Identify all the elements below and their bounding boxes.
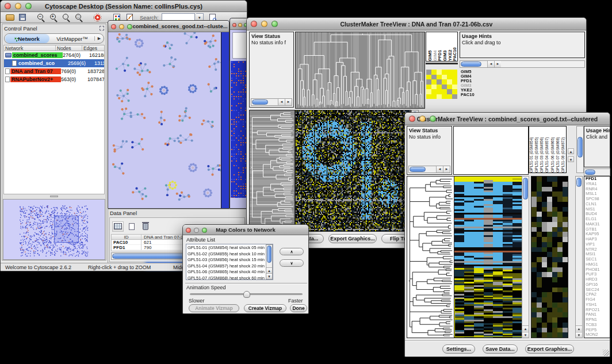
birds-eye-canvas[interactable] bbox=[3, 200, 105, 259]
dialog-titlebar[interactable]: Map Colors to Network bbox=[183, 225, 308, 235]
gene-label[interactable]: FIG4 bbox=[586, 297, 610, 302]
list-vscrollbar[interactable]: ▲ ▼ bbox=[266, 244, 273, 279]
attribute-item[interactable]: GPL51-07 (GSM868) heat shock 60 min bbox=[186, 275, 266, 281]
gene-label[interactable]: NIS1 bbox=[586, 207, 610, 212]
done-button[interactable]: Done bbox=[290, 304, 307, 312]
gene-label[interactable]: SEC24 bbox=[586, 288, 610, 293]
open-session-button[interactable] bbox=[4, 12, 16, 22]
save-data-button[interactable]: Save Data... bbox=[483, 344, 518, 354]
hints-hscrollbar[interactable]: ◄► bbox=[460, 60, 585, 68]
column-label[interactable]: GPL51-08 (GSM872) bbox=[561, 127, 566, 173]
scrollbar-thumb[interactable] bbox=[410, 167, 426, 172]
matrix-cell[interactable] bbox=[431, 94, 437, 99]
view-status-hscrollbar[interactable]: ◄► bbox=[251, 98, 292, 106]
new-attribute-button[interactable] bbox=[126, 221, 137, 232]
gene-label[interactable]: HRD3 bbox=[586, 277, 610, 282]
zoom-vscrollbar[interactable]: ▲ ▼ bbox=[575, 176, 583, 338]
move-up-button[interactable]: ∧ bbox=[280, 248, 304, 255]
matrix-cell[interactable] bbox=[452, 89, 457, 94]
gene-label[interactable]: HMG1 bbox=[586, 262, 610, 267]
scroll-left-arrow[interactable]: ◄ bbox=[487, 61, 494, 67]
gene-label[interactable]: RPO21 bbox=[586, 308, 610, 313]
close-button[interactable] bbox=[409, 116, 415, 122]
animate-vizmap-button[interactable]: Animate Vizmap bbox=[189, 304, 239, 312]
gene-label[interactable]: PEP5 bbox=[586, 328, 610, 333]
scroll-left-arrow[interactable]: ◄ bbox=[278, 99, 285, 105]
scroll-down-arrow[interactable]: ▼ bbox=[568, 156, 574, 162]
scroll-down-arrow[interactable]: ▼ bbox=[522, 332, 529, 338]
zoom-fit-button[interactable]: □ bbox=[73, 12, 85, 22]
close-button[interactable] bbox=[251, 21, 257, 27]
tab-overflow-arrow[interactable]: ▶ bbox=[94, 36, 104, 41]
matrix-cell[interactable] bbox=[442, 79, 447, 85]
gene-label[interactable]: MSL1 bbox=[586, 191, 610, 197]
gene-label[interactable]: GPI16 bbox=[586, 282, 610, 288]
zoom-out-button[interactable]: − bbox=[35, 12, 47, 22]
matrix-cell[interactable] bbox=[442, 94, 447, 99]
zoom-heatmap-canvas[interactable] bbox=[531, 176, 568, 338]
gene-label[interactable]: YRA1 bbox=[586, 182, 610, 187]
network-row[interactable]: RNAPuberNov2+563(0)107847(0) bbox=[4, 75, 104, 83]
matrix-cell[interactable] bbox=[426, 70, 431, 75]
matrix-cell[interactable] bbox=[442, 75, 447, 80]
scroll-up-arrow[interactable]: ▲ bbox=[568, 148, 574, 154]
column-label[interactable]: GPL51-04 (GSM857) bbox=[545, 127, 550, 173]
matrix-cell[interactable] bbox=[431, 70, 437, 75]
help-button[interactable] bbox=[91, 12, 103, 22]
gene-label[interactable]: CLN1 bbox=[586, 202, 610, 207]
gene-label[interactable]: BUD4 bbox=[586, 212, 610, 217]
zoom-button[interactable] bbox=[430, 116, 436, 122]
matrix-cell[interactable] bbox=[431, 75, 437, 80]
table-mode-button[interactable] bbox=[112, 221, 124, 232]
zoom-button[interactable] bbox=[25, 3, 32, 9]
matrix-cell[interactable] bbox=[426, 89, 431, 94]
column-label[interactable]: GPL51-01 (GSM854) bbox=[529, 127, 534, 173]
gene-label[interactable]: PFD1 bbox=[586, 177, 610, 182]
minimize-button[interactable] bbox=[15, 3, 21, 9]
row-dendrogram-canvas[interactable] bbox=[407, 176, 454, 338]
column-dendrogram-canvas[interactable] bbox=[295, 32, 425, 109]
gene-label[interactable]: PUF3 bbox=[586, 272, 610, 277]
matrix-cell[interactable] bbox=[447, 79, 452, 85]
heatmap-vscrollbar[interactable]: ▲ ▼ bbox=[522, 176, 529, 338]
zoom-button[interactable] bbox=[202, 228, 207, 233]
treeview-combined-titlebar[interactable]: ClusterMaker TreeView : combined_scores_… bbox=[405, 113, 610, 125]
heatmap-canvas[interactable] bbox=[454, 176, 523, 338]
scroll-up-arrow[interactable]: ▲ bbox=[576, 325, 582, 331]
treeview-dna-titlebar[interactable]: ClusterMaker TreeView : DNA and Tran 07-… bbox=[247, 18, 586, 30]
minimize-button[interactable] bbox=[261, 21, 267, 27]
scrollbar-thumb[interactable] bbox=[585, 170, 595, 175]
scrollbar-thumb[interactable] bbox=[576, 178, 582, 187]
close-button[interactable] bbox=[186, 228, 191, 233]
attribute-item[interactable]: GPL51-03 (GSM856) heat shock 15 min bbox=[186, 257, 266, 263]
matrix-cell[interactable] bbox=[437, 75, 442, 80]
zoom-button[interactable] bbox=[127, 24, 132, 29]
export-graphics-button[interactable]: Export Graphics... bbox=[525, 344, 574, 354]
matrix-cell[interactable] bbox=[447, 75, 452, 80]
gene-label[interactable]: TCB3 bbox=[586, 323, 610, 328]
gene-label[interactable]: CPA2 bbox=[586, 292, 610, 297]
birds-eye-view[interactable] bbox=[3, 199, 105, 260]
attribute-item[interactable]: GPL51-02 (GSM855) heat shock 10 min bbox=[186, 251, 266, 258]
resize-grip[interactable] bbox=[603, 350, 609, 356]
network-row[interactable]: combined_sco2569(6)13112(15) bbox=[4, 59, 104, 67]
hints-hscrollbar[interactable] bbox=[584, 168, 610, 176]
gene-label[interactable]: SEC1 bbox=[586, 257, 610, 262]
panel-splitter[interactable] bbox=[3, 194, 105, 199]
scrollbar-thumb[interactable] bbox=[577, 137, 583, 158]
matrix-cell[interactable] bbox=[426, 94, 431, 99]
gene-label[interactable]: SPC98 bbox=[586, 197, 610, 202]
minimize-button[interactable] bbox=[194, 228, 199, 233]
gene-label[interactable]: PAN1 bbox=[586, 312, 610, 317]
matrix-cell[interactable] bbox=[431, 85, 437, 90]
settings-button[interactable]: Settings... bbox=[442, 344, 475, 354]
gene-label[interactable]: HAP3 bbox=[586, 237, 610, 242]
matrix-cell[interactable] bbox=[442, 89, 447, 94]
matrix-cell[interactable] bbox=[452, 75, 457, 80]
column-label[interactable]: PFD1 bbox=[437, 32, 442, 61]
column-label[interactable]: GPL51-02 (GSM855) bbox=[534, 127, 540, 173]
gene-label[interactable]: MON2 bbox=[586, 332, 610, 338]
minimize-button[interactable] bbox=[119, 24, 124, 29]
gene-label[interactable]: VIP1 bbox=[586, 242, 610, 247]
matrix-cell[interactable] bbox=[426, 79, 431, 85]
